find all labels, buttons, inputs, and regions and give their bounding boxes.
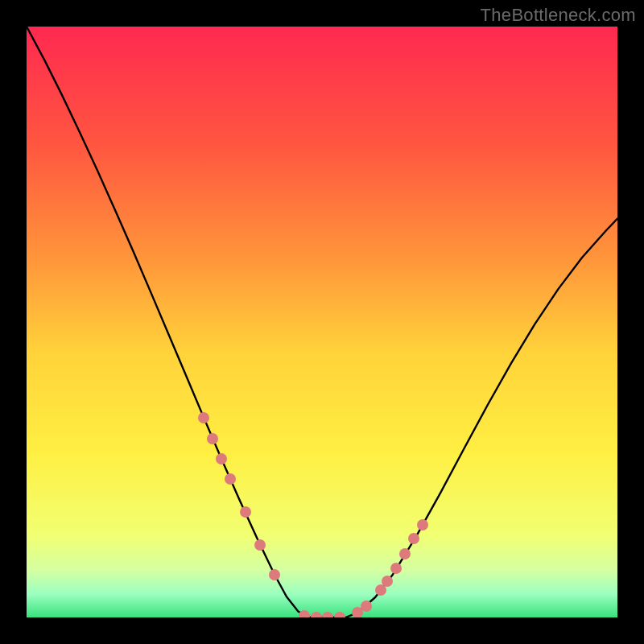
scatter-dot xyxy=(198,412,209,423)
scatter-dot xyxy=(299,610,310,617)
scatter-dot xyxy=(417,519,428,530)
bottleneck-curve xyxy=(27,27,617,617)
scatter-dot xyxy=(254,539,266,551)
scatter-dot xyxy=(216,453,227,464)
scatter-dot xyxy=(382,576,393,587)
scatter-dot xyxy=(269,569,280,580)
scatter-dot xyxy=(311,612,322,617)
scatter-dot xyxy=(408,533,419,544)
scatter-dot xyxy=(390,563,402,574)
scatter-dot xyxy=(399,548,411,559)
scatter-dot xyxy=(207,433,218,444)
watermark-text: TheBottleneck.com xyxy=(481,5,636,26)
scatter-dot xyxy=(225,473,236,485)
scatter-dot xyxy=(322,612,333,617)
plot-area xyxy=(27,27,617,617)
scatter-dot xyxy=(361,601,372,612)
chart-stage: TheBottleneck.com xyxy=(0,0,644,644)
scatter-dot xyxy=(240,506,251,518)
scatter-dot xyxy=(334,612,345,617)
